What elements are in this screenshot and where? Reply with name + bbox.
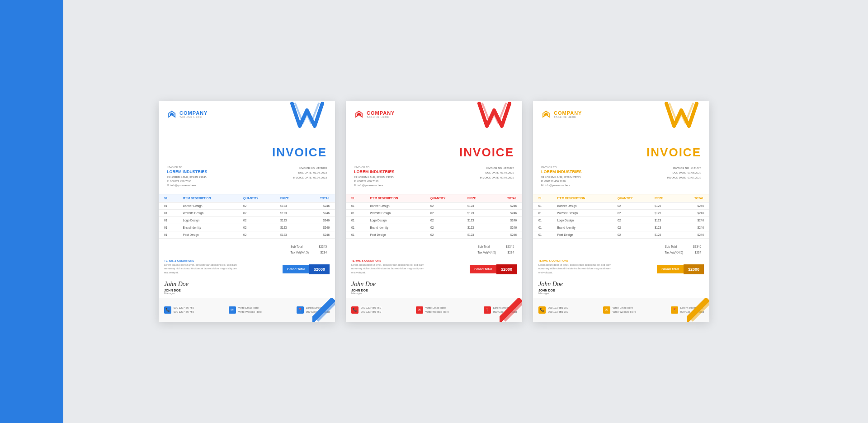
totals-table-orange: Sub Total$2345 Tax Vat(%4.5)$234 (662, 243, 704, 256)
bill-to-blue: INVOICE TO LOREM INDUSTRIES 99 LOREM LAN… (167, 166, 208, 188)
company-tagline-orange: TAGLINE HERE (554, 116, 582, 118)
invoice-meta-blue: INVOICE NO #121878 DUE DATE 01.08.2023 I… (292, 166, 327, 180)
signer-title-orange: Manager (538, 292, 704, 295)
grand-total-value-blue: $2000 (309, 264, 330, 274)
th-qty-blue: QUANTITY (241, 194, 278, 202)
company-icon-orange (541, 109, 551, 119)
grand-total-value-orange: $2000 (684, 264, 704, 274)
invoice-footer-blue: 📞 000 123 456 789 000 123 456 789 ✉ Writ… (159, 298, 335, 322)
corner-accent-orange (687, 298, 709, 322)
invoice-meta-orange: INVOICE NO #121878 DUE DATE 01.08.2023 I… (667, 166, 701, 180)
table-row-orange-0: 01 Banner Design 02 $123 $246 (533, 202, 709, 210)
th-desc-blue: ITEM DESCRIPTION (180, 194, 241, 202)
invoice-title-orange: INVOICE (533, 142, 709, 162)
th-desc-orange: ITEM DESCRIPTION (555, 194, 615, 202)
company-name-orange: COMPANY (554, 110, 582, 116)
terms-text-blue: Lorem ipsum dolor sit amet, consectetuar… (164, 263, 241, 274)
corner-accent-red (500, 298, 522, 322)
signature-section-blue: John Doe JOHN DOE Manager (159, 277, 335, 296)
bill-to-orange: INVOICE TO LOREM INDUSTRIES 99 LOREM LAN… (541, 166, 582, 188)
terms-label-red: TERMS & CONDITIONS (351, 259, 470, 262)
bill-section-orange: INVOICE TO LOREM INDUSTRIES 99 LOREM LAN… (533, 162, 709, 191)
footer-phone-orange: 📞 000 123 456 789 000 123 456 789 (538, 306, 568, 314)
email-icon-red: ✉ (416, 306, 423, 314)
grand-total-label-red: Grand Total (470, 265, 496, 273)
table-row-blue-1: 01 Website Design 02 $123 $246 (159, 210, 335, 217)
th-price-red: PRIZE (465, 194, 490, 202)
signer-name-blue: JOHN DOE (164, 289, 330, 292)
bill-to-label-red: INVOICE TO (354, 166, 395, 169)
signature-script-red: John Doe (351, 281, 517, 288)
th-total-red: TOTAL (490, 194, 522, 202)
invoice-footer-red: 📞 000 123 456 789 000 123 456 789 ✉ Writ… (346, 298, 522, 322)
company-logo-orange: COMPANY TAGLINE HERE (541, 109, 582, 119)
svg-rect-3 (312, 298, 335, 322)
bill-to-label-blue: INVOICE TO (167, 166, 208, 169)
terms-red: TERMS & CONDITIONS Lorem ipsum dolor sit… (351, 259, 470, 274)
company-tagline-red: TAGLINE HERE (367, 116, 395, 118)
bill-to-company-red: LOREM INDUSTRIES (354, 169, 395, 174)
footer-phone-text-blue: 000 123 456 789 000 123 456 789 (174, 306, 194, 314)
terms-text-red: Lorem ipsum dolor sit amet, consectetuar… (351, 263, 428, 274)
grand-total-value-red: $2000 (496, 264, 517, 274)
table-row-red-0: 01 Banner Design 02 $123 $246 (346, 202, 522, 210)
totals-table-red: Sub Total$2345 Tax Vat(%4.5)$234 (475, 243, 517, 256)
footer-email-red: ✉ Write Email Here Write Website Here (416, 306, 449, 314)
table-row-blue-0: 01 Banner Design 02 $123 $246 (159, 202, 335, 210)
footer-email-orange: ✉ Write Email Here Write Website Here (603, 306, 636, 314)
footer-phone-red: 📞 000 123 456 789 000 123 456 789 (351, 306, 381, 314)
company-text-blue: COMPANY TAGLINE HERE (179, 110, 208, 118)
location-icon-orange: 📍 (671, 306, 678, 314)
company-icon-blue (167, 109, 177, 119)
terms-orange: TERMS & CONDITIONS Lorem ipsum dolor sit… (538, 259, 657, 274)
grand-total-btn-blue[interactable]: Grand Total $2000 (283, 264, 330, 274)
signer-name-orange: JOHN DOE (538, 289, 704, 292)
company-text-orange: COMPANY TAGLINE HERE (554, 110, 582, 118)
bill-to-label-orange: INVOICE TO (541, 166, 582, 169)
signature-script-orange: John Doe (538, 281, 704, 288)
invoice-header-orange: COMPANY TAGLINE HERE (533, 101, 709, 142)
terms-blue: TERMS & CONDITIONS Lorem ipsum dolor sit… (164, 259, 283, 274)
th-qty-red: QUANTITY (428, 194, 465, 202)
footer-phone-text-red: 000 123 456 789 000 123 456 789 (361, 306, 381, 314)
w-logo-orange (664, 101, 705, 135)
grand-total-btn-orange[interactable]: Grand Total $2000 (657, 264, 704, 274)
phone-icon-red: 📞 (351, 306, 359, 314)
w-logo-blue (290, 101, 330, 135)
th-total-orange: TOTAL (677, 194, 709, 202)
th-price-orange: PRIZE (652, 194, 677, 202)
company-tagline-blue: TAGLINE HERE (179, 116, 208, 118)
table-row-blue-2: 01 Logo Design 02 $123 $246 (159, 217, 335, 224)
table-row-orange-3: 01 Brand Identity 02 $123 $246 (533, 224, 709, 231)
bill-to-address-red: 99 LOREM LANE, IPSUM 23245 P: 000123 456… (354, 175, 395, 188)
company-text-red: COMPANY TAGLINE HERE (367, 110, 395, 118)
bill-section-red: INVOICE TO LOREM INDUSTRIES 99 LOREM LAN… (346, 162, 522, 191)
table-row-red-3: 01 Brand Identity 02 $123 $246 (346, 224, 522, 231)
company-name-blue: COMPANY (179, 110, 208, 116)
grand-total-label-blue: Grand Total (283, 265, 309, 273)
corner-accent-blue (312, 298, 335, 322)
invoice-header-blue: COMPANY TAGLINE HERE (159, 101, 335, 142)
company-logo-blue: COMPANY TAGLINE HERE (167, 109, 208, 119)
th-sl-blue: SL (159, 194, 180, 202)
grand-total-btn-red[interactable]: Grand Total $2000 (470, 264, 517, 274)
terms-label-orange: TERMS & CONDITIONS (538, 259, 657, 262)
table-row-orange-4: 01 Post Design 02 $123 $246 (533, 231, 709, 239)
location-icon-blue: 📍 (297, 306, 304, 314)
bottom-section-blue: TERMS & CONDITIONS Lorem ipsum dolor sit… (159, 258, 335, 277)
invoice-card-blue: COMPANY TAGLINE HERE INVOICE INVOICE T (159, 101, 335, 322)
bill-to-address-orange: 99 LOREM LANE, IPSUM 23245 P: 000123 456… (541, 175, 582, 188)
svg-rect-8 (500, 298, 522, 322)
bill-section-blue: INVOICE TO LOREM INDUSTRIES 99 LOREM LAN… (159, 162, 335, 191)
invoice-card-orange: COMPANY TAGLINE HERE INVOICE INVOICE TO … (533, 101, 709, 322)
totals-red: Sub Total$2345 Tax Vat(%4.5)$234 (346, 241, 522, 258)
company-logo-red: COMPANY TAGLINE HERE (354, 109, 395, 119)
invoice-table-orange: SL ITEM DESCRIPTION QUANTITY PRIZE TOTAL… (533, 194, 709, 239)
footer-email-text-red: Write Email Here Write Website Here (425, 306, 449, 314)
company-name-red: COMPANY (367, 110, 395, 116)
table-row-red-1: 01 Website Design 02 $123 $246 (346, 210, 522, 217)
bill-to-address-blue: 99 LOREM LANE, IPSUM 23245 P: 000123 456… (167, 175, 208, 188)
signature-script-blue: John Doe (164, 281, 330, 288)
invoice-footer-orange: 📞 000 123 456 789 000 123 456 789 ✉ Writ… (533, 298, 709, 322)
table-row-red-2: 01 Logo Design 02 $123 $246 (346, 217, 522, 224)
